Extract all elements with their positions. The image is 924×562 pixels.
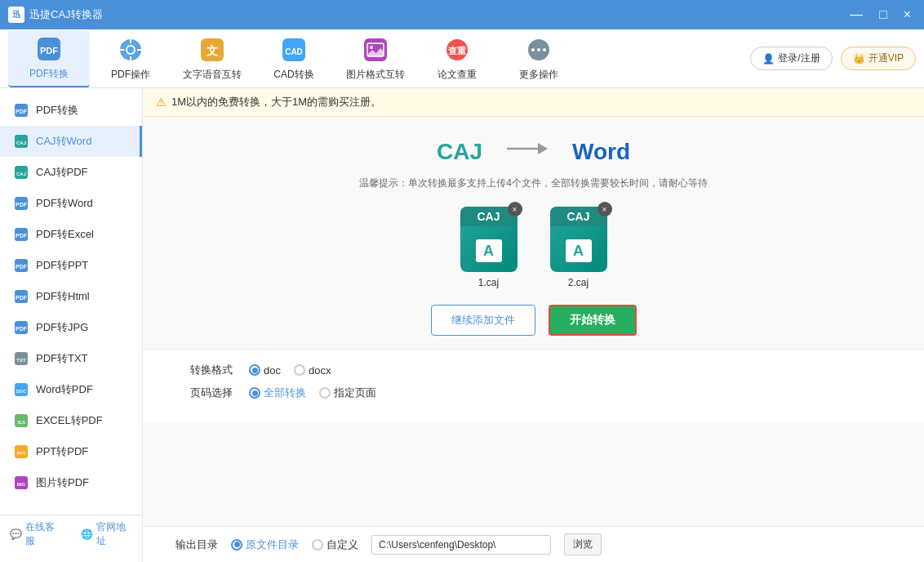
warning-icon: ⚠ [156, 96, 167, 109]
add-file-button[interactable]: 继续添加文件 [431, 305, 535, 336]
sidebar-item-pdf-convert[interactable]: PDF PDF转换 [0, 95, 142, 126]
pdf-excel-sidebar-icon: PDF [13, 226, 29, 243]
toolbar-item-cad[interactable]: CAD CAD转换 [253, 30, 335, 87]
toolbar-item-paper[interactable]: 查重 论文查重 [416, 30, 498, 87]
svg-text:TXT: TXT [16, 358, 26, 363]
sidebar-item-pdf-ppt[interactable]: PDF PDF转PPT [0, 250, 142, 281]
toolbar-item-pdf-label: PDF转换 [29, 67, 69, 81]
page-label: 页码选择 [175, 386, 233, 400]
sidebar-item-ppt-pdf[interactable]: PPT PPT转PDF [0, 436, 142, 467]
notice-text: 1M以内的免费转换，大于1M的需购买注册。 [171, 95, 381, 109]
chat-icon: 💬 [10, 529, 22, 540]
sidebar-item-pdf-word[interactable]: PDF PDF转Word [0, 188, 142, 219]
file-icon-letter-2: A [566, 239, 592, 262]
page-specific-label: 指定页面 [334, 386, 376, 400]
maximize-button[interactable]: □ [874, 8, 892, 21]
sidebar-item-pdf-jpg[interactable]: PDF PDF转JPG [0, 312, 142, 343]
sidebar-item-caj-word[interactable]: CAJ CAJ转Word [0, 126, 142, 157]
sidebar-item-caj-pdf[interactable]: CAJ CAJ转PDF [0, 157, 142, 188]
file-icon-2: CAJ A [550, 207, 607, 272]
to-format-label: Word [572, 139, 630, 165]
file-icon-body-2: A [550, 230, 607, 272]
svg-text:文: 文 [207, 44, 218, 57]
pdf-sidebar-icon: PDF [13, 102, 29, 118]
content-area: CAJ Word 温馨提示：单次转换最多支持上传4个文件，全部转换需要较长时间，… [143, 117, 924, 562]
vip-button[interactable]: 👑 开通VIP [841, 47, 916, 70]
svg-text:CAJ: CAJ [16, 172, 26, 176]
titlebar: 迅 迅捷CAJ转换器 — □ × [0, 0, 924, 29]
pdf-toolbar-icon: PDF [34, 34, 64, 64]
svg-text:PDF: PDF [16, 264, 28, 270]
toolbar-item-img[interactable]: 图片格式互转 [335, 30, 416, 87]
toolbar-item-text[interactable]: 文 文字语音互转 [171, 30, 253, 87]
svg-text:PDF: PDF [16, 109, 28, 114]
login-button[interactable]: 👤 登录/注册 [750, 47, 832, 70]
page-specific-option[interactable]: 指定页面 [319, 386, 376, 400]
website-button[interactable]: 🌐 官网地址 [71, 515, 142, 553]
main-layout: PDF PDF转换 CAJ CAJ转Word CAJ CAJ转PDF PDF P… [0, 88, 924, 562]
svg-text:PDF: PDF [40, 46, 58, 56]
pdf-ppt-sidebar-icon: PDF [13, 257, 29, 274]
svg-text:PDF: PDF [16, 326, 28, 332]
sidebar-item-pdf-txt[interactable]: TXT PDF转TXT [0, 343, 142, 374]
file-close-button-1[interactable]: × [508, 202, 522, 216]
start-convert-button[interactable]: 开始转换 [549, 305, 637, 336]
sidebar-item-pdf-html[interactable]: PDF PDF转Html [0, 281, 142, 312]
svg-text:XLS: XLS [17, 420, 25, 425]
file-name-2: 2.caj [568, 277, 589, 288]
toolbar-item-pdfop[interactable]: PDF操作 [90, 30, 171, 87]
svg-text:IMG: IMG [17, 482, 25, 487]
toolbar-item-cad-label: CAD转换 [273, 68, 313, 82]
output-bar: 输出目录 原文件目录 自定义 浏览 [143, 526, 924, 562]
online-service-button[interactable]: 💬 在线客服 [0, 515, 71, 553]
browse-button[interactable]: 浏览 [564, 533, 602, 555]
format-docx-option[interactable]: docx [294, 364, 331, 377]
output-original-option[interactable]: 原文件目录 [231, 537, 299, 552]
format-docx-label: docx [309, 364, 331, 377]
pdf-jpg-sidebar-icon: PDF [13, 319, 29, 336]
sidebar-item-word-pdf[interactable]: DOC Word转PDF [0, 374, 142, 405]
output-custom-label: 自定义 [327, 537, 358, 552]
file-icon-body-1: A [460, 230, 518, 272]
file-icon-wrap-2: CAJ A × [550, 207, 607, 272]
page-all-radio[interactable] [249, 387, 260, 399]
file-name-1: 1.caj [478, 277, 499, 288]
page-all-option[interactable]: 全部转换 [249, 386, 306, 400]
pdfop-toolbar-icon [116, 35, 145, 65]
output-original-radio[interactable] [231, 539, 242, 551]
svg-point-20 [543, 48, 546, 51]
output-custom-option[interactable]: 自定义 [312, 537, 358, 552]
output-original-label: 原文件目录 [246, 537, 299, 552]
toolbar-item-more[interactable]: 更多操作 [498, 30, 580, 87]
output-custom-radio[interactable] [312, 539, 323, 551]
svg-text:PDF: PDF [16, 233, 28, 239]
caj-pdf-sidebar-icon: CAJ [13, 164, 29, 181]
file-icon-wrap-1: CAJ A × [460, 207, 518, 272]
main-content: ⚠ 1M以内的免费转换，大于1M的需购买注册。 CAJ Word 温馨提示：单次… [143, 88, 924, 562]
pdf-word-sidebar-icon: PDF [13, 195, 29, 212]
output-path-input[interactable] [371, 535, 551, 555]
file-item-2: CAJ A × 2.caj [550, 207, 607, 288]
sidebar-item-pdf-excel[interactable]: PDF PDF转Excel [0, 219, 142, 250]
format-doc-label: doc [264, 364, 281, 377]
minimize-button[interactable]: — [845, 8, 868, 21]
toolbar-item-pdf[interactable]: PDF PDF转换 [8, 30, 90, 87]
output-label: 输出目录 [175, 537, 218, 552]
format-doc-option[interactable]: doc [249, 364, 281, 377]
format-docx-radio[interactable] [294, 364, 305, 376]
svg-text:DOC: DOC [16, 389, 26, 394]
format-doc-radio[interactable] [249, 364, 260, 376]
pdf-html-sidebar-icon: PDF [13, 288, 29, 305]
app-logo: 迅 [8, 7, 24, 23]
file-close-button-2[interactable]: × [597, 202, 612, 216]
action-row: 继续添加文件 开始转换 [143, 305, 924, 336]
toolbar-right: 👤 登录/注册 👑 开通VIP [750, 47, 916, 70]
ppt-pdf-sidebar-icon: PPT [13, 444, 29, 460]
svg-text:PPT: PPT [17, 451, 26, 456]
sidebar-item-excel-pdf[interactable]: XLS EXCEL转PDF [0, 405, 142, 436]
close-button[interactable]: × [899, 8, 916, 21]
svg-text:CAJ: CAJ [16, 140, 26, 145]
page-specific-radio[interactable] [319, 387, 331, 399]
sidebar-item-img-pdf[interactable]: IMG 图片转PDF [0, 467, 142, 498]
globe-icon: 🌐 [81, 529, 93, 540]
